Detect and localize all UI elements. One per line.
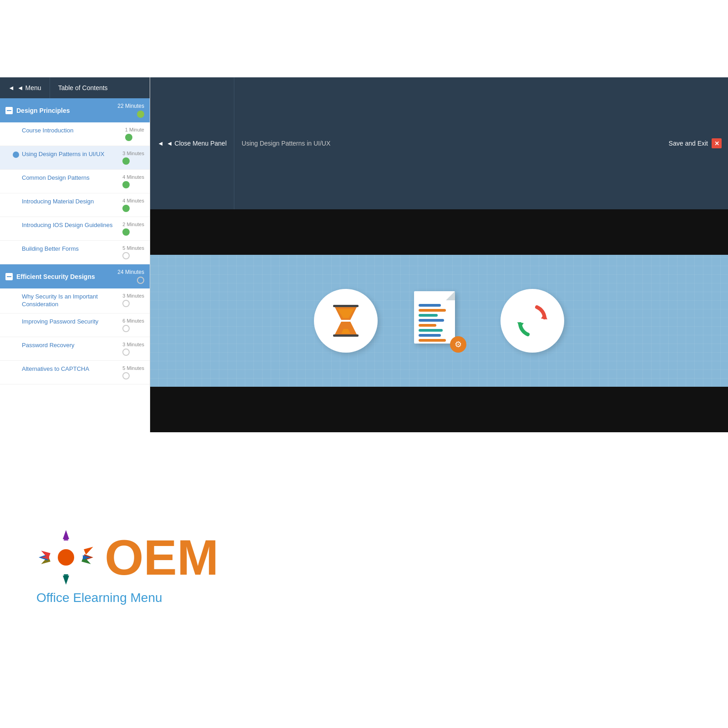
slide-black-bottom [150, 387, 728, 432]
sidebar-item-captcha[interactable]: Alternatives to CAPTCHA 5 Minutes [0, 361, 150, 384]
status-dot-green [122, 228, 130, 236]
close-icon[interactable]: ✕ [712, 138, 722, 148]
code-line-3 [419, 314, 438, 317]
collapse-icon[interactable] [5, 273, 13, 280]
document-icon-wrap: ⚙ [414, 291, 464, 350]
close-panel-button[interactable]: ◄ ◄ Close Menu Panel [150, 77, 234, 209]
sync-circle [500, 289, 564, 353]
menu-chevron-icon: ◄ [8, 84, 15, 91]
code-line-5 [419, 324, 436, 327]
status-dot-empty [122, 325, 130, 332]
item-meta: 2 Minutes [122, 222, 144, 236]
hourglass-icon-container [314, 289, 378, 353]
elearning-container: ◄ ◄ Menu Table of Contents Design Princi… [0, 77, 728, 432]
logo-arrows-icon [36, 528, 96, 587]
sidebar-item-common-patterns[interactable]: Common Design Patterns 4 Minutes [0, 170, 150, 193]
top-white-area [0, 0, 728, 77]
logo-subtitle: Office Elearning Menu [36, 591, 162, 605]
close-panel-label: ◄ Close Menu Panel [167, 140, 227, 147]
sidebar-nav: ◄ ◄ Menu Table of Contents [0, 77, 150, 98]
sidebar-panel: ◄ ◄ Menu Table of Contents Design Princi… [0, 77, 150, 432]
toc-button[interactable]: Table of Contents [50, 77, 116, 98]
item-meta: 5 Minutes [122, 365, 144, 379]
status-dot-green [122, 205, 130, 212]
close-panel-chevron-icon: ◄ [157, 140, 164, 147]
content-area: ◄ ◄ Close Menu Panel Using Design Patter… [150, 77, 728, 432]
sidebar-item-password-recovery[interactable]: Password Recovery 3 Minutes [0, 337, 150, 361]
logo-container: OEM Office Elearning Menu [36, 528, 219, 605]
menu-label: ◄ Menu [17, 84, 41, 91]
sidebar-item-design-patterns[interactable]: Using Design Patterns in UI/UX 3 Minutes [0, 146, 150, 170]
breadcrumb: Using Design Patterns in UI/UX [234, 140, 662, 147]
item-meta: 3 Minutes [122, 151, 144, 165]
section-minutes: 24 Minutes [117, 269, 144, 284]
active-marker-icon [13, 152, 19, 158]
sidebar-content: Design Principles 22 Minutes Course Intr… [0, 98, 150, 384]
item-meta: 1 Minute [125, 127, 144, 141]
oem-logo-text: OEM [105, 532, 219, 582]
item-label: Improving Password Security [22, 318, 119, 326]
code-line-8 [419, 339, 446, 342]
status-dot-empty [122, 372, 130, 379]
slide-black-top [150, 209, 728, 255]
status-dot-green [122, 181, 130, 188]
code-line-2 [419, 309, 446, 312]
logo-graphic: OEM [36, 528, 219, 587]
sync-svg [512, 300, 553, 341]
toc-label: Table of Contents [58, 84, 108, 91]
gear-icon: ⚙ [450, 336, 466, 353]
code-line-6 [419, 329, 443, 332]
item-meta: 6 Minutes [122, 318, 144, 332]
section-status-dot [137, 111, 144, 118]
svg-rect-5 [333, 334, 359, 337]
menu-button[interactable]: ◄ ◄ Menu [0, 77, 50, 98]
status-dot-empty [122, 300, 130, 307]
item-label: Introducing IOS Design Guidelines [22, 222, 119, 229]
oem-letters: OEM [105, 529, 219, 585]
item-meta: 4 Minutes [122, 174, 144, 188]
item-meta: 5 Minutes [122, 245, 144, 259]
code-line-1 [419, 304, 441, 307]
sync-icon-container [500, 289, 564, 353]
item-label: Course Introduction [22, 127, 121, 135]
section-design-principles: Design Principles 22 Minutes [0, 98, 150, 122]
item-label: Introducing Material Design [22, 198, 119, 206]
item-meta: 4 Minutes [122, 198, 144, 212]
item-label: Common Design Patterns [22, 174, 119, 182]
hourglass-circle [314, 289, 378, 353]
sidebar-item-better-forms[interactable]: Building Better Forms 5 Minutes [0, 241, 150, 264]
item-label: Password Recovery [22, 342, 119, 349]
sidebar-item-material-design[interactable]: Introducing Material Design 4 Minutes [0, 193, 150, 217]
save-exit-button[interactable]: Save and Exit ✕ [662, 77, 728, 209]
status-dot-empty [122, 252, 130, 259]
section-status-dot [137, 277, 144, 284]
code-line-4 [419, 319, 444, 322]
section-title: Efficient Security Designs [16, 273, 95, 280]
document-paper [414, 291, 455, 344]
code-line-7 [419, 334, 441, 337]
document-code-icon-container: ⚙ [414, 291, 464, 350]
sidebar-item-security-importance[interactable]: Why Security Is an Important Considerati… [0, 288, 150, 313]
svg-rect-4 [333, 305, 359, 307]
sidebar-item-password-security[interactable]: Improving Password Security 6 Minutes [0, 313, 150, 337]
item-label: Building Better Forms [22, 245, 119, 253]
content-top-bar: ◄ ◄ Close Menu Panel Using Design Patter… [150, 77, 728, 209]
section-minutes: 22 Minutes [117, 103, 144, 118]
item-label: Why Security Is an Important Considerati… [22, 293, 119, 308]
save-exit-label: Save and Exit [669, 140, 708, 147]
sidebar-item-ios-guidelines[interactable]: Introducing IOS Design Guidelines 2 Minu… [0, 217, 150, 241]
slide-content: ⚙ [150, 255, 728, 387]
section-security-designs: Efficient Security Designs 24 Minutes [0, 264, 150, 288]
section-title: Design Principles [16, 107, 70, 114]
status-dot-empty [122, 349, 130, 356]
item-meta: 3 Minutes [122, 293, 144, 307]
sidebar-item-course-intro[interactable]: Course Introduction 1 Minute [0, 122, 150, 146]
collapse-icon[interactable] [5, 107, 13, 114]
item-label: Using Design Patterns in UI/UX [22, 151, 119, 158]
status-dot-green [125, 134, 132, 141]
bottom-logo-area: OEM Office Elearning Menu [0, 432, 728, 701]
hourglass-svg [328, 303, 364, 339]
item-meta: 3 Minutes [122, 342, 144, 356]
status-dot-green [122, 157, 130, 165]
svg-marker-9 [82, 543, 93, 556]
